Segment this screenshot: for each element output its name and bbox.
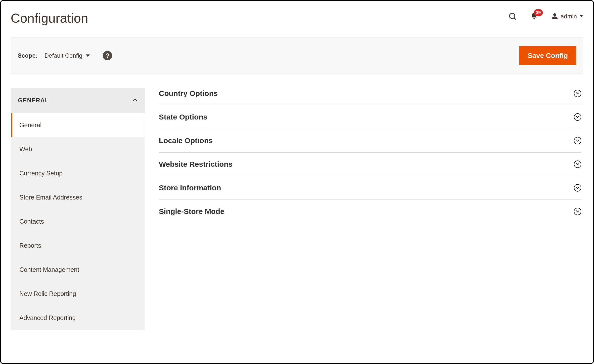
svg-point-2 bbox=[533, 18, 535, 19]
sidebar-item-label: Reports bbox=[19, 242, 41, 249]
expand-icon bbox=[574, 208, 581, 215]
page-title: Configuration bbox=[11, 11, 88, 26]
sidebar-item-label: Currency Setup bbox=[19, 170, 63, 177]
expand-icon bbox=[574, 113, 581, 121]
section-locale-options[interactable]: Locale Options bbox=[159, 129, 581, 153]
section-state-options[interactable]: State Options bbox=[159, 105, 581, 129]
header-actions: 39 admin bbox=[508, 11, 583, 21]
sidebar-item-content-management[interactable]: Content Management bbox=[11, 258, 145, 282]
sidebar-item-label: Web bbox=[19, 146, 32, 153]
config-main: Country Options State Options Locale Opt… bbox=[159, 88, 583, 330]
section-title: State Options bbox=[159, 113, 207, 121]
sidebar-item-general[interactable]: General bbox=[11, 113, 145, 137]
toolbar: Scope: Default Config ? Save Config bbox=[11, 38, 583, 74]
sidebar-item-label: New Relic Reporting bbox=[19, 290, 76, 297]
notifications-button[interactable]: 39 bbox=[530, 12, 538, 21]
svg-point-3 bbox=[553, 13, 556, 16]
sidebar-item-reports[interactable]: Reports bbox=[11, 234, 145, 258]
svg-point-0 bbox=[509, 13, 515, 18]
sidebar-item-label: General bbox=[19, 121, 42, 128]
scope-selector-wrap: Scope: Default Config ? bbox=[18, 51, 112, 60]
user-name-label: admin bbox=[561, 13, 577, 20]
sidebar-group-title: GENERAL bbox=[18, 97, 49, 104]
config-body: GENERAL General Web Currency Setup bbox=[11, 88, 583, 330]
section-single-store-mode[interactable]: Single-Store Mode bbox=[159, 200, 581, 223]
section-country-options[interactable]: Country Options bbox=[159, 88, 581, 105]
chevron-up-icon bbox=[132, 97, 138, 104]
section-title: Country Options bbox=[159, 89, 218, 98]
sidebar-group-general[interactable]: GENERAL bbox=[11, 88, 145, 113]
expand-icon bbox=[574, 184, 581, 192]
sidebar-item-web[interactable]: Web bbox=[11, 137, 145, 161]
user-icon bbox=[551, 12, 558, 20]
search-icon[interactable] bbox=[508, 12, 517, 21]
expand-icon bbox=[574, 161, 581, 168]
section-title: Store Information bbox=[159, 184, 221, 192]
caret-down-icon bbox=[579, 14, 583, 19]
section-title: Single-Store Mode bbox=[159, 207, 224, 216]
sidebar-item-label: Content Management bbox=[19, 266, 79, 273]
help-icon[interactable]: ? bbox=[103, 51, 112, 60]
scope-select[interactable]: Default Config bbox=[45, 52, 90, 59]
section-title: Website Restrictions bbox=[159, 160, 232, 168]
save-config-button[interactable]: Save Config bbox=[519, 46, 576, 65]
config-sidebar: GENERAL General Web Currency Setup bbox=[11, 88, 145, 330]
expand-icon bbox=[574, 137, 581, 144]
scope-label: Scope: bbox=[18, 52, 38, 59]
sidebar-item-store-email-addresses[interactable]: Store Email Addresses bbox=[11, 185, 145, 209]
svg-line-1 bbox=[514, 18, 516, 20]
sidebar-item-advanced-reporting[interactable]: Advanced Reporting bbox=[11, 306, 145, 330]
section-store-information[interactable]: Store Information bbox=[159, 176, 581, 200]
scope-value: Default Config bbox=[45, 52, 82, 59]
sidebar-item-currency-setup[interactable]: Currency Setup bbox=[11, 161, 145, 185]
sidebar-item-label: Advanced Reporting bbox=[19, 314, 76, 321]
sidebar-items: General Web Currency Setup Store Email A… bbox=[11, 113, 145, 330]
sidebar-item-label: Store Email Addresses bbox=[19, 194, 82, 201]
notification-badge: 39 bbox=[534, 9, 543, 16]
user-menu[interactable]: admin bbox=[551, 12, 583, 20]
section-title: Locale Options bbox=[159, 136, 213, 145]
page-header: Configuration 39 bbox=[11, 11, 583, 26]
section-website-restrictions[interactable]: Website Restrictions bbox=[159, 153, 581, 176]
sidebar-item-label: Contacts bbox=[19, 218, 44, 225]
sidebar-item-contacts[interactable]: Contacts bbox=[11, 209, 145, 234]
expand-icon bbox=[574, 90, 581, 97]
sidebar-item-new-relic-reporting[interactable]: New Relic Reporting bbox=[11, 282, 145, 306]
caret-down-icon bbox=[86, 52, 90, 59]
